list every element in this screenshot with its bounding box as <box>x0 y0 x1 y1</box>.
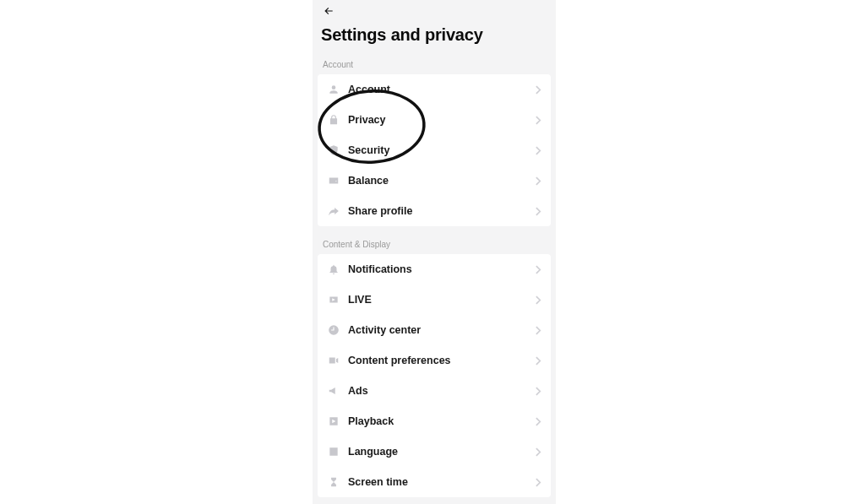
row-live[interactable]: LIVE <box>318 285 551 315</box>
chevron-right-icon <box>532 447 544 457</box>
row-label: Security <box>343 144 532 156</box>
bell-icon <box>324 260 343 279</box>
row-label: Content preferences <box>343 355 532 366</box>
row-label: Privacy <box>343 114 532 126</box>
chevron-right-icon <box>532 146 544 155</box>
row-label: Ads <box>343 385 532 397</box>
row-security[interactable]: Security <box>318 135 551 165</box>
clock-icon <box>324 321 343 339</box>
row-activity-center[interactable]: Activity center <box>318 315 551 345</box>
person-icon <box>324 80 343 99</box>
row-notifications[interactable]: Notifications <box>318 254 551 285</box>
row-account[interactable]: Account <box>318 74 551 105</box>
lock-icon <box>324 111 343 129</box>
language-icon <box>324 442 343 461</box>
hourglass-icon <box>324 473 343 491</box>
row-language[interactable]: Language <box>318 436 551 467</box>
share-icon <box>324 202 343 220</box>
row-label: Activity center <box>343 324 532 336</box>
row-label: Playback <box>343 415 532 427</box>
chevron-right-icon <box>532 265 544 274</box>
row-label: Notifications <box>343 263 532 275</box>
chevron-right-icon <box>532 387 544 396</box>
row-playback[interactable]: Playback <box>318 406 551 436</box>
chevron-right-icon <box>532 417 544 426</box>
row-screen-time[interactable]: Screen time <box>318 467 551 497</box>
row-label: LIVE <box>343 294 532 306</box>
chevron-right-icon <box>532 326 544 335</box>
section-label-content-display: Content & Display <box>313 235 556 252</box>
page-title: Settings and privacy <box>313 19 556 55</box>
megaphone-icon <box>324 382 343 400</box>
chevron-right-icon <box>532 295 544 305</box>
live-icon <box>324 290 343 309</box>
chevron-right-icon <box>532 207 544 216</box>
row-label: Screen time <box>343 476 532 488</box>
row-label: Balance <box>343 175 532 187</box>
section-card-content-display: Notifications LIVE Activity center <box>318 254 551 497</box>
section-card-account: Account Privacy Security <box>318 74 551 226</box>
chevron-right-icon <box>532 478 544 487</box>
arrow-left-icon <box>321 5 336 17</box>
row-ads[interactable]: Ads <box>318 376 551 406</box>
header <box>313 0 556 19</box>
back-button[interactable] <box>321 3 341 19</box>
chevron-right-icon <box>532 116 544 125</box>
chevron-right-icon <box>532 176 544 186</box>
wallet-icon <box>324 171 343 190</box>
shield-icon <box>324 141 343 160</box>
row-label: Language <box>343 446 532 458</box>
row-balance[interactable]: Balance <box>318 165 551 196</box>
section-label-account: Account <box>313 55 556 73</box>
video-icon <box>324 351 343 370</box>
chevron-right-icon <box>532 85 544 95</box>
app-stage: Settings and privacy Account Account Pri… <box>0 0 865 504</box>
settings-screen: Settings and privacy Account Account Pri… <box>313 0 556 504</box>
play-icon <box>324 412 343 431</box>
row-content-preferences[interactable]: Content preferences <box>318 345 551 376</box>
row-share-profile[interactable]: Share profile <box>318 196 551 226</box>
chevron-right-icon <box>532 356 544 366</box>
row-label: Share profile <box>343 205 532 217</box>
row-label: Account <box>343 84 532 95</box>
row-privacy[interactable]: Privacy <box>318 105 551 135</box>
